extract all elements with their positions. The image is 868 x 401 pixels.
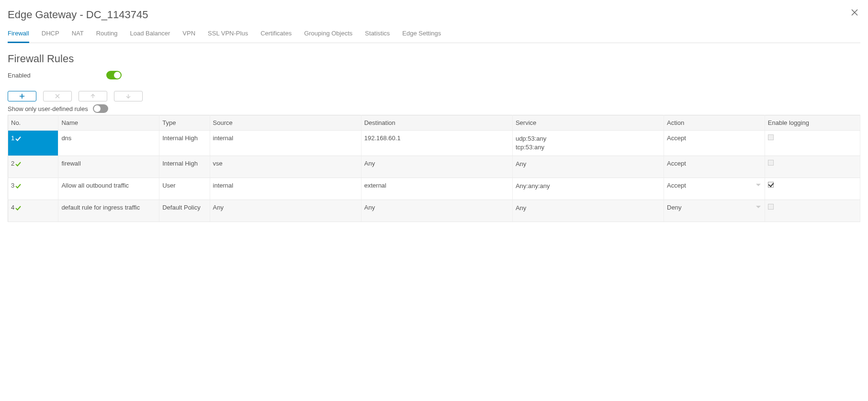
edge-gateway-modal: Edge Gateway - DC_1143745 FirewallDHCPNA… [0,0,868,226]
col-action[interactable]: Action [664,115,765,131]
cell-source[interactable]: internal [210,178,361,200]
tab-statistics[interactable]: Statistics [365,30,390,43]
rule-number: 4 [11,204,14,211]
cell-type: User [159,178,210,200]
cell-no[interactable]: 4 [8,200,58,222]
tab-firewall[interactable]: Firewall [8,30,29,43]
tab-edge-settings[interactable]: Edge Settings [402,30,441,43]
cell-name[interactable]: dns [58,131,159,156]
rules-toolbar [8,91,860,101]
col-log[interactable]: Enable logging [765,115,860,131]
cell-log[interactable] [765,131,860,156]
tab-load-balancer[interactable]: Load Balancer [130,30,170,43]
cell-no[interactable]: 3 [8,178,58,200]
cell-service[interactable]: Any [512,156,664,178]
cell-destination[interactable]: Any [361,156,512,178]
cell-action[interactable]: Accept [664,178,765,200]
tab-routing[interactable]: Routing [96,30,118,43]
chevron-down-icon [756,184,761,186]
cell-action[interactable]: Deny [664,200,765,222]
action-value: Accept [667,160,686,167]
tab-nat[interactable]: NAT [72,30,84,43]
table-row[interactable]: 4default rule for ingress trafficDefault… [8,200,860,222]
col-type[interactable]: Type [159,115,210,131]
check-icon [15,205,21,211]
user-rules-row: Show only user-defined rules [8,104,860,113]
rule-number: 1 [11,134,14,142]
action-value: Accept [667,182,686,189]
service-entry: tcp:53:any [516,143,661,152]
section-title: Firewall Rules [8,53,860,65]
check-icon [15,161,21,167]
table-row[interactable]: 3Allow all outbound trafficUserinternale… [8,178,860,200]
col-no[interactable]: No. [8,115,58,131]
cell-type: Internal High [159,131,210,156]
cell-log[interactable] [765,178,860,200]
tab-bar: FirewallDHCPNATRoutingLoad BalancerVPNSS… [8,30,860,43]
cell-destination[interactable]: Any [361,200,512,222]
log-checkbox [768,204,774,210]
tab-ssl-vpn-plus[interactable]: SSL VPN-Plus [208,30,248,43]
enabled-toggle[interactable] [106,71,122,79]
cell-action: Accept [664,156,765,178]
cell-action: Accept [664,131,765,156]
user-rules-toggle[interactable] [93,104,108,113]
close-icon [851,9,858,16]
chevron-down-icon [756,206,761,208]
log-checkbox [768,134,774,140]
tab-certificates[interactable]: Certificates [260,30,292,43]
check-icon [15,183,21,189]
table-header-row: No. Name Type Source Destination Service… [8,115,860,131]
arrow-up-icon [90,93,96,99]
enabled-label: Enabled [8,72,106,79]
cell-name[interactable]: default rule for ingress traffic [58,200,159,222]
col-source[interactable]: Source [210,115,361,131]
table-row[interactable]: 2firewallInternal HighvseAnyAnyAccept [8,156,860,178]
cell-name[interactable]: Allow all outbound traffic [58,178,159,200]
delete-icon [55,93,60,99]
cell-source[interactable]: Any [210,200,361,222]
col-name[interactable]: Name [58,115,159,131]
delete-rule-button[interactable] [43,91,72,101]
action-value: Accept [667,134,686,142]
rule-number: 2 [11,160,14,167]
col-destination[interactable]: Destination [361,115,512,131]
enabled-row: Enabled [8,71,860,79]
cell-no[interactable]: 1 [8,131,58,156]
add-rule-button[interactable] [8,91,36,101]
tab-vpn[interactable]: VPN [182,30,195,43]
cell-no[interactable]: 2 [8,156,58,178]
user-rules-label: Show only user-defined rules [8,105,88,112]
cell-service[interactable]: udp:53:anytcp:53:any [512,131,664,156]
service-entry: Any [516,204,661,212]
check-icon [15,136,21,142]
move-down-button[interactable] [114,91,143,101]
cell-destination[interactable]: 192.168.60.1 [361,131,512,156]
cell-log[interactable] [765,200,860,222]
close-button[interactable] [851,9,858,16]
cell-name[interactable]: firewall [58,156,159,178]
cell-type: Internal High [159,156,210,178]
rule-number: 3 [11,182,14,189]
service-entry: Any [516,160,661,168]
action-value: Deny [667,204,681,211]
cell-service[interactable]: Any [512,200,664,222]
cell-type: Default Policy [159,200,210,222]
cell-service[interactable]: Any:any:any [512,178,664,200]
cell-source[interactable]: vse [210,156,361,178]
modal-title: Edge Gateway - DC_1143745 [8,9,860,21]
log-checkbox[interactable] [768,182,774,188]
service-entry: udp:53:any [516,134,661,143]
arrow-down-icon [125,93,131,99]
table-row[interactable]: 1dnsInternal Highinternal192.168.60.1udp… [8,131,860,156]
col-service[interactable]: Service [512,115,664,131]
cell-log[interactable] [765,156,860,178]
move-up-button[interactable] [79,91,107,101]
tab-grouping-objects[interactable]: Grouping Objects [304,30,352,43]
tab-dhcp[interactable]: DHCP [42,30,59,43]
service-entry: Any:any:any [516,182,661,190]
plus-icon [19,93,25,99]
firewall-rules-table: No. Name Type Source Destination Service… [8,115,860,222]
cell-source[interactable]: internal [210,131,361,156]
cell-destination[interactable]: external [361,178,512,200]
